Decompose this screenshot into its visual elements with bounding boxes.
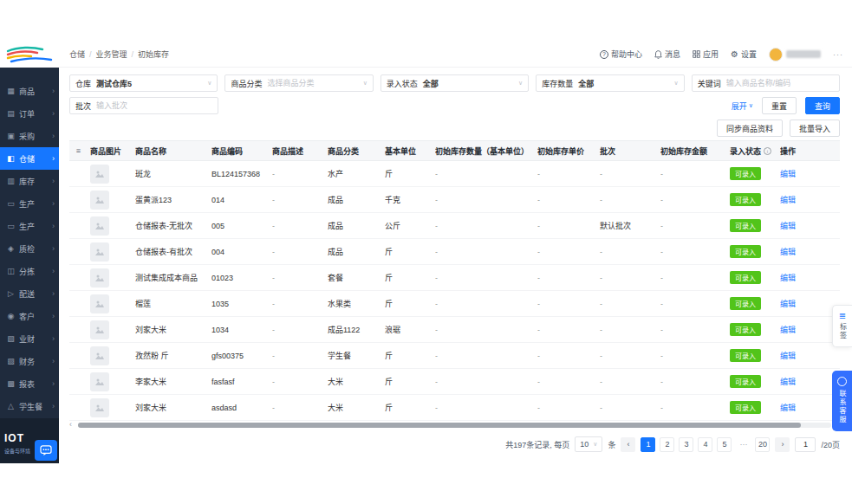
- chevron-right-icon: ›: [52, 87, 55, 95]
- batch-input[interactable]: [96, 101, 212, 110]
- sidebar-item-production-2[interactable]: ▭生产›: [0, 215, 59, 237]
- initial-amount: -: [660, 222, 730, 230]
- product-image-cell: [90, 346, 135, 365]
- sidebar-item-business-finance[interactable]: ▧业财›: [0, 327, 59, 350]
- product-category: 水果类: [328, 298, 385, 309]
- edit-link[interactable]: 编辑: [780, 350, 796, 361]
- sidebar-item-inventory[interactable]: ▥库存›: [0, 170, 59, 192]
- page-button[interactable]: 5: [717, 437, 732, 452]
- sidebar-item-warehouse[interactable]: ◧仓储›: [0, 147, 59, 170]
- batch-value: 默认批次: [600, 220, 660, 231]
- status-cell: 可录入: [730, 297, 780, 310]
- sidebar-item-delivery[interactable]: ▷配送›: [0, 282, 59, 305]
- edit-link[interactable]: 编辑: [780, 324, 796, 335]
- initial-qty: -: [435, 300, 537, 308]
- edit-link[interactable]: 编辑: [780, 246, 796, 257]
- stock-quantity-select[interactable]: 库存数量 全部 ∨: [536, 74, 684, 92]
- page-jump-suffix: /20页: [821, 439, 840, 450]
- sidebar-item-production-1[interactable]: ▭生产›: [0, 192, 59, 215]
- breadcrumb-item[interactable]: 业务管理: [96, 48, 127, 60]
- column-header: 录入状态i: [730, 145, 780, 157]
- edit-link[interactable]: 编辑: [780, 376, 796, 387]
- sidebar-item-finance[interactable]: ▨财务›: [0, 350, 59, 372]
- scroll-left-icon[interactable]: ‹: [69, 420, 72, 429]
- initial-unit-price: -: [537, 378, 600, 386]
- bulk-import-button[interactable]: 批量导入: [790, 120, 840, 137]
- product-desc: -: [272, 404, 328, 412]
- product-category: 水产: [328, 168, 385, 179]
- edit-link[interactable]: 编辑: [780, 402, 796, 413]
- entry-status-label: 录入状态: [387, 78, 418, 89]
- horizontal-scrollbar[interactable]: [78, 423, 831, 428]
- category-input[interactable]: [267, 79, 357, 87]
- sidebar-item-quality[interactable]: ◈质检›: [0, 237, 59, 260]
- sidebar-item-sorting[interactable]: ◫分拣›: [0, 260, 59, 282]
- category-select[interactable]: 商品分类 ∨: [224, 74, 373, 92]
- warehouse-select[interactable]: 仓库 测试仓库5 ∨: [69, 74, 218, 92]
- sync-products-button[interactable]: 同步商品资料: [717, 120, 783, 137]
- student-meal-icon: △: [6, 402, 16, 410]
- product-category: 成品: [328, 246, 385, 257]
- edit-link[interactable]: 编辑: [780, 272, 796, 283]
- page-button[interactable]: 20: [755, 437, 770, 452]
- sidebar-item-label: 客户: [19, 311, 35, 322]
- keyword-field[interactable]: 关键词: [692, 74, 840, 92]
- edit-link[interactable]: 编辑: [780, 298, 796, 309]
- breadcrumb: 仓储 / 业务管理 / 初始库存: [69, 48, 169, 60]
- search-button[interactable]: 查询: [805, 97, 840, 114]
- batch-field[interactable]: 批次: [69, 97, 218, 114]
- page-jump-input[interactable]: [795, 437, 816, 452]
- settings-button[interactable]: ⚙ 设置: [731, 48, 757, 60]
- sidebar-item-purchase[interactable]: ▣采购›: [0, 125, 59, 147]
- table-row: 榴莲1035-水果类斤----可录入编辑: [69, 291, 840, 317]
- scrollbar-thumb[interactable]: [78, 423, 801, 428]
- product-image-cell: [90, 268, 135, 288]
- tag-widget[interactable]: ≣ 标签: [832, 305, 852, 347]
- reset-button[interactable]: 重置: [762, 97, 797, 114]
- page-button[interactable]: 3: [679, 437, 693, 452]
- prev-page-button[interactable]: ‹: [621, 437, 635, 452]
- sidebar-item-reports[interactable]: ▩报表›: [0, 372, 59, 395]
- user-menu[interactable]: [769, 48, 821, 61]
- next-page-button[interactable]: ›: [775, 437, 790, 452]
- customer-service-widget[interactable]: 联系客服: [832, 371, 852, 431]
- column-header: 商品描述: [272, 145, 328, 157]
- messages-button[interactable]: 消息: [654, 48, 680, 60]
- footer-brand: IOT: [4, 432, 24, 444]
- initial-qty: -: [435, 352, 537, 360]
- avatar: [769, 48, 783, 61]
- status-cell: 可录入: [730, 271, 780, 284]
- orders-icon: ▤: [6, 109, 16, 118]
- page-size-select[interactable]: 10 ∨: [575, 436, 602, 452]
- keyword-input[interactable]: [726, 79, 834, 87]
- app-logo: [0, 42, 59, 68]
- product-code: 014: [211, 196, 272, 204]
- apps-button[interactable]: 应用: [693, 48, 719, 60]
- initial-qty: -: [435, 170, 537, 178]
- reports-icon: ▩: [6, 379, 16, 388]
- sidebar-item-customers[interactable]: ◉客户›: [0, 305, 59, 327]
- entry-status-select[interactable]: 录入状态 全部 ∨: [380, 74, 529, 92]
- action-cell: 编辑: [780, 350, 820, 361]
- product-desc: -: [272, 352, 328, 360]
- edit-link[interactable]: 编辑: [780, 168, 796, 179]
- apps-grid-icon: [693, 50, 700, 58]
- edit-link[interactable]: 编辑: [780, 220, 796, 231]
- page-button[interactable]: 4: [698, 437, 712, 452]
- page-button[interactable]: 1: [641, 437, 655, 452]
- chat-button[interactable]: [35, 440, 57, 461]
- help-center-label: 帮助中心: [611, 48, 642, 60]
- product-unit: 斤: [385, 350, 435, 361]
- more-icon[interactable]: ···: [833, 50, 843, 59]
- sidebar-item-products[interactable]: ▦商品›: [0, 80, 59, 102]
- product-category: 成品: [328, 220, 385, 231]
- column-filter-icon[interactable]: ≡: [69, 146, 90, 155]
- expand-filters-link[interactable]: 展开 ∨: [732, 100, 753, 112]
- edit-link[interactable]: 编辑: [780, 194, 796, 205]
- help-center-button[interactable]: ? 帮助中心: [600, 48, 642, 60]
- breadcrumb-item[interactable]: 仓储: [69, 48, 85, 60]
- sidebar-item-orders[interactable]: ▤订单›: [0, 102, 59, 125]
- page-button[interactable]: 2: [660, 437, 674, 452]
- sidebar-item-student-meal[interactable]: △学生餐›: [0, 395, 59, 417]
- apps-label: 应用: [703, 48, 719, 60]
